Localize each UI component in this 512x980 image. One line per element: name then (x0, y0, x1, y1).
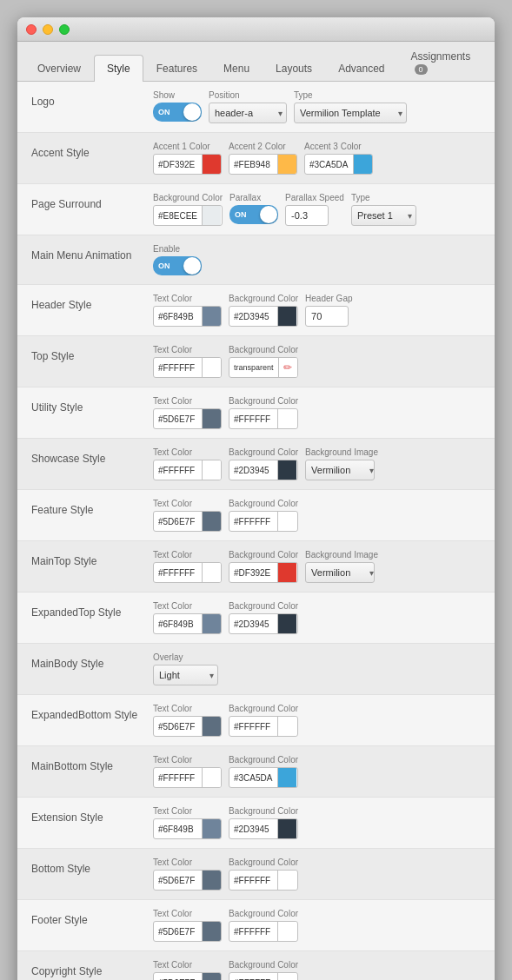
mainbottom-bgcolor-swatch[interactable] (277, 768, 296, 787)
top-bgcolor-input[interactable]: transparent ✏ (229, 357, 298, 378)
top-bgcolor-label: Background Color (229, 345, 298, 354)
pencil-icon: ✏ (283, 361, 292, 374)
feature-bgcolor-swatch[interactable] (277, 512, 296, 531)
page-surround-type-select-wrapper: Preset 1 Preset 2 (351, 205, 416, 226)
utility-bgcolor-input[interactable]: #FFFFFF (229, 408, 298, 429)
mainbottom-bgcolor-input[interactable]: #3CA5DA (229, 767, 298, 788)
maximize-button[interactable] (59, 24, 70, 35)
maintop-textcolor-input[interactable]: #FFFFFF (153, 562, 222, 583)
extension-textcolor-swatch[interactable] (202, 819, 221, 838)
extension-bgcolor-swatch[interactable] (277, 819, 296, 838)
expandedbottom-bgcolor-input[interactable]: #FFFFFF (229, 716, 298, 737)
tab-style[interactable]: Style (94, 55, 143, 82)
top-textcolor-label: Text Color (153, 345, 222, 354)
header-bgcolor-swatch[interactable] (277, 307, 296, 326)
copyright-bgcolor-input[interactable]: #FFFFFF (229, 972, 298, 980)
header-textcolor-swatch[interactable] (202, 307, 221, 326)
expandedbottom-textcolor-input[interactable]: #5D6E7F (153, 716, 222, 737)
footer-textcolor-swatch[interactable] (202, 922, 221, 941)
logo-position-select[interactable]: header-a header-b (209, 103, 287, 123)
main-menu-enable-toggle[interactable]: ON (153, 256, 202, 275)
accent2-color-text: #FEB948 (229, 160, 277, 169)
showcase-textcolor-input[interactable]: #FFFFFF (153, 460, 222, 480)
bottom-bgcolor-input[interactable]: #FFFFFF (229, 870, 298, 891)
bottom-textcolor-swatch[interactable] (202, 871, 221, 890)
showcase-bgcolor-swatch[interactable] (277, 460, 296, 480)
logo-show-toggle[interactable]: ON (153, 103, 202, 122)
footer-bgcolor-text: #FFFFFF (229, 927, 277, 937)
parallax-label: Parallax (229, 193, 278, 202)
bottom-bgcolor-swatch[interactable] (277, 871, 296, 890)
copyright-textcolor-swatch[interactable] (202, 973, 221, 980)
feature-bgcolor-input[interactable]: #FFFFFF (229, 511, 298, 532)
utility-textcolor-swatch[interactable] (202, 409, 221, 428)
footer-bgcolor-swatch[interactable] (277, 922, 296, 941)
expandedtop-bgcolor-swatch[interactable] (277, 614, 296, 633)
extension-bgcolor-input[interactable]: #2D3945 (229, 818, 298, 839)
accent2-color-input[interactable]: #FEB948 (229, 154, 297, 175)
footer-bgcolor-input[interactable]: #FFFFFF (229, 921, 298, 942)
top-textcolor-input[interactable]: #FFFFFF (153, 357, 222, 378)
extension-textcolor-input[interactable]: #6F849B (153, 818, 222, 839)
expandedbottom-bgcolor-swatch[interactable] (277, 717, 296, 736)
expandedtop-textcolor-swatch[interactable] (202, 614, 221, 633)
maintop-bgcolor-input[interactable]: #DF392E (229, 562, 298, 583)
tab-advanced[interactable]: Advanced (325, 55, 397, 82)
tab-layouts[interactable]: Layouts (263, 55, 325, 82)
mainbody-overlay-select[interactable]: Light Dark None (153, 665, 218, 685)
maintop-bgcolor-swatch[interactable] (277, 563, 296, 582)
top-textcolor-swatch[interactable] (202, 358, 221, 377)
accent3-color-input[interactable]: #3CA5DA (304, 154, 373, 175)
close-button[interactable] (26, 24, 37, 35)
accent3-color-swatch[interactable] (353, 155, 372, 174)
utility-textcolor-text: #5D6E7F (154, 414, 202, 424)
utility-style-label: Utility Style (31, 396, 153, 414)
parallax-speed-input[interactable] (285, 205, 329, 226)
copyright-textcolor-input[interactable]: #5D6E7F (153, 972, 222, 980)
feature-textcolor-input[interactable]: #5D6E7F (153, 511, 222, 532)
tab-assignments[interactable]: Assignments 0 (398, 43, 489, 82)
showcase-textcolor-label: Text Color (153, 447, 222, 457)
expandedtop-bgcolor-input[interactable]: #2D3945 (229, 613, 298, 634)
footer-textcolor-input[interactable]: #5D6E7F (153, 921, 222, 942)
accent1-color-swatch[interactable] (202, 155, 221, 174)
mainbottom-textcolor-swatch[interactable] (202, 768, 221, 787)
maintop-textcolor-swatch[interactable] (202, 563, 221, 582)
top-bgcolor-swatch[interactable]: ✏ (278, 358, 297, 377)
top-textcolor-text: #FFFFFF (154, 363, 202, 373)
maintop-bgimage-select-wrapper: Vermilion None (305, 562, 378, 583)
maintop-bgimage-select[interactable]: Vermilion None (305, 562, 375, 583)
header-bgcolor-input[interactable]: #2D3945 (229, 306, 298, 327)
accent2-color-swatch[interactable] (277, 155, 296, 174)
page-surround-type-select[interactable]: Preset 1 Preset 2 (351, 205, 416, 226)
toggle-knob (183, 257, 201, 275)
header-textcolor-input[interactable]: #6F849B (153, 306, 222, 327)
showcase-bgcolor-input[interactable]: #2D3945 (229, 460, 298, 480)
expandedtop-textcolor-input[interactable]: #6F849B (153, 613, 222, 634)
accent1-color-input[interactable]: #DF392E (153, 154, 222, 175)
parallax-toggle[interactable]: ON (229, 205, 278, 224)
tab-features[interactable]: Features (143, 55, 210, 82)
showcase-bgimage-label: Background Image (305, 447, 378, 457)
expandedbottom-style-controls: Text Color #5D6E7F Background Color #FFF… (153, 704, 481, 737)
bottom-textcolor-input[interactable]: #5D6E7F (153, 870, 222, 891)
showcase-textcolor-swatch[interactable] (202, 460, 221, 480)
mainbottom-textcolor-input[interactable]: #FFFFFF (153, 767, 222, 788)
page-surround-bgcolor-input[interactable]: #E8ECEE (153, 205, 223, 226)
utility-bgcolor-swatch[interactable] (277, 409, 296, 428)
utility-textcolor-input[interactable]: #5D6E7F (153, 408, 222, 429)
accent-style-controls: Accent 1 Color #DF392E Accent 2 Color #F… (153, 142, 481, 175)
expandedbottom-textcolor-swatch[interactable] (202, 717, 221, 736)
page-surround-bgcolor-swatch[interactable] (202, 206, 221, 225)
feature-textcolor-swatch[interactable] (202, 512, 221, 531)
tab-menu[interactable]: Menu (210, 55, 263, 82)
header-gap-input[interactable] (305, 306, 349, 327)
showcase-bgimage-select[interactable]: Vermilion None (305, 460, 375, 480)
logo-type-select[interactable]: Vermilion Template (294, 103, 407, 123)
tab-overview[interactable]: Overview (24, 55, 94, 82)
minimize-button[interactable] (43, 24, 53, 35)
maintop-bgcolor-label: Background Color (229, 550, 298, 560)
copyright-bgcolor-swatch[interactable] (277, 973, 296, 980)
copyright-style-section: Copyright Style Text Color #5D6E7F Backg… (17, 951, 495, 980)
footer-bgcolor-group: Background Color #FFFFFF (229, 909, 298, 942)
